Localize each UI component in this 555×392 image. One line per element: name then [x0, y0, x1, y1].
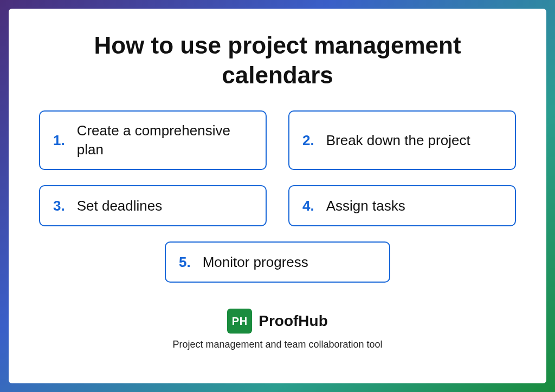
brand-tagline: Project management and team collaboratio… [172, 339, 382, 350]
step-2: 2. Break down the project [288, 110, 516, 170]
step-label: Monitor progress [203, 253, 308, 272]
step-1: 1. Create a comprehensive plan [39, 110, 267, 170]
brand-row: PH ProofHub [227, 309, 328, 334]
step-3: 3. Set deadlines [39, 185, 267, 226]
brand-name: ProofHub [259, 312, 328, 330]
branding-block: PH ProofHub Project management and team … [172, 309, 382, 350]
step-number: 2. [302, 132, 314, 149]
step-number: 3. [53, 198, 65, 214]
steps-grid: 1. Create a comprehensive plan 2. Break … [35, 110, 520, 283]
step-number: 5. [179, 254, 191, 271]
step-number: 1. [53, 132, 65, 149]
step-label: Set deadlines [77, 197, 163, 215]
step-label: Break down the project [326, 131, 470, 150]
step-number: 4. [302, 198, 314, 214]
step-4: 4. Assign tasks [288, 185, 516, 226]
step-label: Assign tasks [326, 197, 405, 215]
step-5: 5. Monitor progress [165, 241, 390, 283]
proofhub-logo-icon: PH [227, 309, 252, 334]
page-title: How to use project management calendars [72, 30, 483, 90]
info-card: How to use project management calendars … [9, 9, 546, 383]
step-label: Create a comprehensive plan [77, 121, 255, 159]
